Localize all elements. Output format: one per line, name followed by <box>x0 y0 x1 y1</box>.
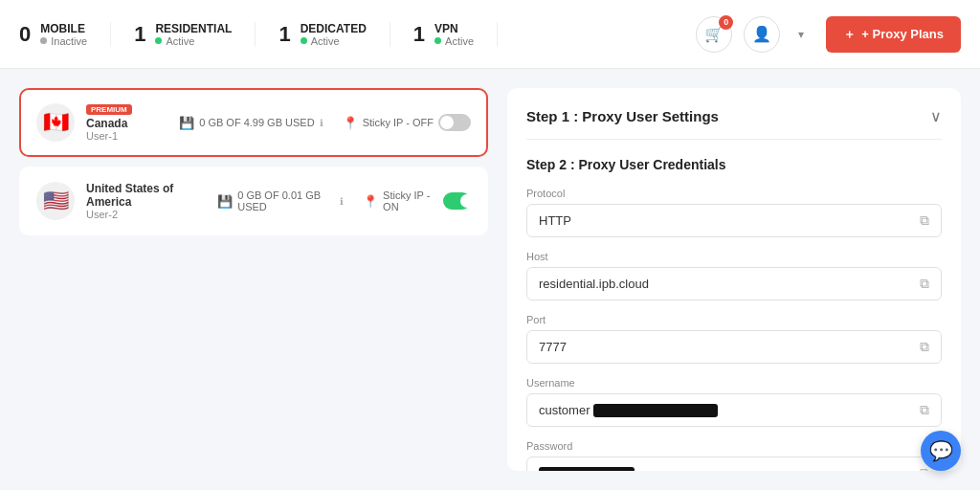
usa-flag-avatar: 🇺🇸 <box>36 182 75 220</box>
password-group: Password ⧉ <box>526 440 942 471</box>
user-2-info: United States of America User-2 <box>86 182 206 220</box>
user-1-name: User-1 <box>86 130 132 142</box>
residential-name: RESIDENTIAL <box>155 22 232 35</box>
host-group: Host ⧉ <box>526 251 942 301</box>
protocol-label: Protocol <box>526 188 942 199</box>
info-icon-1[interactable]: ℹ <box>320 118 323 128</box>
user-card-2[interactable]: 🇺🇸 United States of America User-2 💾 0 G… <box>19 167 488 235</box>
vpn-count: 1 <box>413 22 425 47</box>
password-label: Password <box>526 440 942 452</box>
step2-title: Step 2 : Proxy User Credentials <box>526 157 942 172</box>
chat-button[interactable]: 💬 <box>921 431 961 471</box>
user-1-info: PREMIUM Canada User-1 <box>86 104 132 142</box>
username-field: customer ⧉ <box>526 393 942 427</box>
residential-status-dot <box>155 37 162 44</box>
username-group: Username customer ⧉ <box>526 377 942 427</box>
port-group: Port ⧉ <box>526 314 942 364</box>
user-card-1[interactable]: 🇨🇦 PREMIUM Canada User-1 💾 0 GB OF 4.99 … <box>19 88 488 157</box>
user-2-meta: 💾 0 GB OF 0.01 GB USED ℹ 📍 Sticky IP - O… <box>217 189 471 212</box>
dedicated-status-dot <box>301 37 307 44</box>
hdd-icon: 💾 <box>179 116 194 130</box>
password-field: ⧉ <box>526 457 942 471</box>
protocol-field: ⧉ <box>526 204 942 237</box>
user-2-sticky: 📍 Sticky IP - ON <box>363 189 471 212</box>
user-2-name: User-2 <box>86 209 206 220</box>
plan-vpn[interactable]: 1 VPN Active <box>390 22 498 47</box>
port-field: ⧉ <box>526 330 942 364</box>
hdd-icon-2: 💾 <box>217 194 233 209</box>
password-redacted <box>539 467 635 472</box>
user-1-sticky: 📍 Sticky IP - OFF <box>343 114 471 131</box>
proxy-plans-button[interactable]: ＋ + Proxy Plans <box>826 16 961 53</box>
step1-header[interactable]: Step 1 : Proxy User Settings ∨ <box>526 107 942 140</box>
chat-icon: 💬 <box>929 439 953 462</box>
premium-badge: PREMIUM <box>86 104 132 115</box>
user-1-usage: 💾 0 GB OF 4.99 GB USED ℹ <box>179 116 323 130</box>
dedicated-count: 1 <box>278 22 290 47</box>
vpn-name: VPN <box>434 22 474 35</box>
protocol-input[interactable] <box>539 213 920 228</box>
plan-dedicated[interactable]: 1 DEDICATED Active <box>256 22 390 47</box>
right-panel: Step 1 : Proxy User Settings ∨ Step 2 : … <box>507 88 961 471</box>
mobile-status-dot <box>40 37 47 44</box>
top-nav: 0 Mobile Inactive 1 RESIDENTIAL Active 1… <box>0 0 980 69</box>
proxy-plans-label: + Proxy Plans <box>861 27 944 41</box>
proxy-plans-icon: ＋ <box>843 26 856 43</box>
step1-chevron: ∨ <box>930 107 942 125</box>
left-panel: 🇨🇦 PREMIUM Canada User-1 💾 0 GB OF 4.99 … <box>19 88 488 471</box>
port-label: Port <box>526 314 942 325</box>
username-visible: customer <box>539 403 590 417</box>
user-1-country: Canada <box>86 117 132 130</box>
mobile-count: 0 <box>19 22 31 47</box>
user-2-usage: 💾 0 GB OF 0.01 GB USED ℹ <box>217 189 344 212</box>
dedicated-name: DEDICATED <box>301 22 367 35</box>
pin-icon-1: 📍 <box>343 116 358 130</box>
port-copy-icon[interactable]: ⧉ <box>920 339 929 355</box>
sticky-toggle-2[interactable] <box>443 192 471 210</box>
host-field: ⧉ <box>526 267 942 301</box>
residential-status: Active <box>155 35 232 47</box>
vpn-status-dot <box>434 37 441 44</box>
plan-residential[interactable]: 1 RESIDENTIAL Active <box>111 22 256 47</box>
host-label: Host <box>526 251 942 262</box>
info-icon-2[interactable]: ℹ <box>340 196 344 207</box>
mobile-status: Inactive <box>40 35 87 47</box>
dedicated-status: Active <box>301 35 367 47</box>
plan-mobile[interactable]: 0 Mobile Inactive <box>19 22 111 47</box>
residential-count: 1 <box>134 22 145 47</box>
username-label: Username <box>526 377 942 389</box>
canada-flag-avatar: 🇨🇦 <box>36 103 75 142</box>
host-copy-icon[interactable]: ⧉ <box>920 276 929 292</box>
cart-badge: 0 <box>719 15 733 30</box>
protocol-group: Protocol ⧉ <box>526 188 942 237</box>
nav-icons: 🛒 0 👤 ▾ <box>696 16 811 53</box>
cart-button[interactable]: 🛒 0 <box>696 16 732 53</box>
dropdown-chevron-button[interactable]: ▾ <box>791 16 811 53</box>
user-1-meta: 💾 0 GB OF 4.99 GB USED ℹ 📍 Sticky IP - O… <box>179 114 471 131</box>
user-2-country: United States of America <box>86 182 206 209</box>
mobile-name: Mobile <box>40 22 87 35</box>
port-input[interactable] <box>539 340 920 354</box>
username-redacted <box>593 404 718 417</box>
step2-section: Step 2 : Proxy User Credentials Protocol… <box>526 157 942 471</box>
sticky-toggle-1[interactable] <box>438 114 471 131</box>
protocol-copy-icon[interactable]: ⧉ <box>920 212 929 229</box>
pin-icon-2: 📍 <box>363 194 378 209</box>
vpn-status: Active <box>434 35 474 47</box>
host-input[interactable] <box>539 277 920 291</box>
user-account-button[interactable]: 👤 <box>744 16 780 53</box>
main-content: 🇨🇦 PREMIUM Canada User-1 💾 0 GB OF 4.99 … <box>0 69 980 490</box>
username-copy-icon[interactable]: ⧉ <box>920 402 929 418</box>
step1-title: Step 1 : Proxy User Settings <box>526 108 719 124</box>
